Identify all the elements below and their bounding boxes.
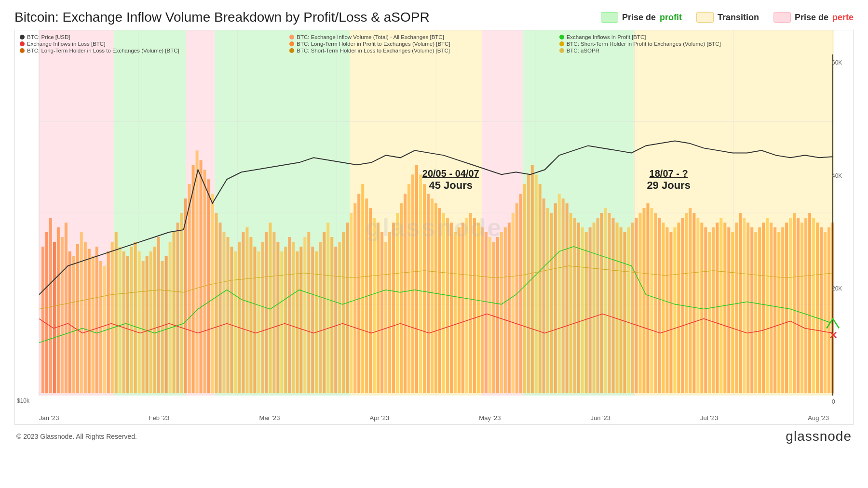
- svg-rect-190: [723, 223, 726, 393]
- svg-rect-80: [299, 247, 302, 393]
- svg-rect-44: [161, 261, 164, 393]
- svg-rect-73: [272, 232, 275, 393]
- svg-rect-163: [620, 227, 623, 393]
- svg-rect-208: [793, 213, 796, 393]
- dot-4: [289, 41, 294, 46]
- svg-rect-204: [777, 232, 780, 393]
- chart-svg: [15, 30, 853, 424]
- y-label-20k: 20K: [832, 285, 842, 292]
- svg-rect-202: [770, 223, 773, 393]
- legend-transition: Transition: [696, 12, 759, 23]
- svg-rect-210: [800, 223, 803, 393]
- svg-rect-133: [504, 227, 507, 393]
- svg-rect-149: [566, 203, 569, 393]
- annotation-2: 18/07 - ? 29 Jours: [647, 168, 691, 192]
- legend-perte: Prise de perte: [773, 12, 854, 23]
- svg-rect-79: [296, 251, 298, 393]
- svg-rect-123: [465, 218, 468, 393]
- svg-rect-137: [519, 194, 522, 393]
- footer-logo: glassnode: [786, 429, 852, 444]
- svg-rect-105: [396, 213, 399, 393]
- x-label-aug: Aug '23: [808, 414, 829, 422]
- svg-rect-128: [485, 232, 488, 393]
- svg-rect-23: [80, 232, 83, 393]
- svg-rect-117: [442, 213, 445, 393]
- x-label-mar: Mar '23: [259, 414, 280, 422]
- svg-rect-176: [669, 232, 672, 393]
- svg-rect-82: [307, 232, 310, 393]
- svg-rect-69: [257, 251, 260, 393]
- y-axis-right: 60K 40K 20K 0: [830, 59, 853, 405]
- svg-rect-169: [643, 208, 646, 393]
- svg-rect-14: [45, 232, 48, 393]
- svg-rect-63: [234, 251, 237, 393]
- annotation-2-days: 29 Jours: [647, 179, 691, 192]
- svg-rect-37: [134, 242, 137, 393]
- legend-item-3: Exchange Inflows in Loss [BTC]: [20, 41, 289, 47]
- svg-rect-95: [357, 194, 360, 393]
- dot-5: [559, 41, 564, 46]
- svg-rect-156: [593, 223, 596, 393]
- svg-rect-167: [635, 218, 638, 393]
- svg-rect-153: [581, 227, 584, 393]
- svg-rect-77: [288, 237, 291, 393]
- svg-rect-157: [597, 218, 599, 393]
- svg-rect-89: [334, 247, 337, 393]
- svg-rect-175: [665, 227, 668, 393]
- svg-rect-58: [215, 213, 218, 393]
- y-axis-left: $10k: [17, 397, 29, 404]
- dot-6: [20, 48, 25, 53]
- legend-item-5: BTC: Short-Term Holder in Profit to Exch…: [559, 41, 829, 47]
- svg-rect-88: [330, 237, 333, 393]
- annotation-2-date: 18/07 - ?: [647, 168, 691, 179]
- svg-rect-29: [103, 266, 106, 393]
- svg-rect-99: [373, 218, 376, 393]
- legend-item-4: BTC: Long-Term Holder in Profit to Excha…: [289, 41, 559, 47]
- svg-rect-178: [677, 223, 680, 393]
- svg-rect-67: [249, 237, 252, 393]
- svg-rect-55: [203, 170, 206, 393]
- svg-rect-90: [338, 242, 341, 393]
- svg-rect-20: [68, 251, 71, 393]
- svg-rect-72: [269, 223, 271, 393]
- svg-rect-189: [719, 218, 722, 393]
- svg-rect-46: [169, 242, 172, 393]
- svg-rect-164: [624, 232, 626, 393]
- svg-rect-203: [773, 227, 776, 393]
- dot-1: [289, 35, 294, 40]
- svg-rect-196: [746, 223, 749, 393]
- svg-rect-19: [65, 223, 68, 393]
- svg-rect-125: [473, 218, 476, 393]
- header-row: Bitcoin: Exchange Inflow Volume Breakdow…: [14, 10, 854, 25]
- svg-rect-144: [546, 208, 549, 393]
- svg-rect-101: [380, 232, 383, 393]
- svg-rect-214: [816, 223, 819, 393]
- svg-rect-51: [188, 184, 191, 393]
- x-label-jul: Jul '23: [700, 414, 718, 422]
- svg-rect-22: [76, 244, 79, 393]
- y-label-40k: 40K: [832, 172, 842, 179]
- svg-rect-17: [57, 227, 60, 393]
- svg-rect-40: [146, 256, 149, 393]
- svg-rect-57: [211, 194, 214, 393]
- svg-rect-16: [53, 242, 56, 393]
- svg-rect-142: [539, 184, 542, 393]
- svg-rect-65: [242, 232, 244, 393]
- page-container: Bitcoin: Exchange Inflow Volume Breakdow…: [0, 0, 868, 488]
- svg-rect-124: [469, 213, 472, 393]
- dot-8: [559, 48, 564, 53]
- svg-rect-42: [153, 247, 156, 393]
- svg-rect-15: [49, 218, 52, 393]
- svg-rect-145: [550, 213, 553, 393]
- svg-rect-24: [84, 242, 87, 393]
- svg-rect-21: [72, 256, 75, 393]
- svg-rect-177: [673, 227, 676, 393]
- svg-rect-13: [41, 247, 44, 393]
- dot-3: [20, 41, 25, 46]
- dot-2: [559, 35, 564, 40]
- legend-profit: Prise de profit: [601, 12, 682, 23]
- x-label-may: May '23: [479, 414, 501, 422]
- svg-rect-121: [458, 227, 461, 393]
- svg-rect-206: [785, 223, 788, 393]
- chart-inner: BTC: Price [USD] BTC: Exchange Inflow Vo…: [15, 30, 853, 424]
